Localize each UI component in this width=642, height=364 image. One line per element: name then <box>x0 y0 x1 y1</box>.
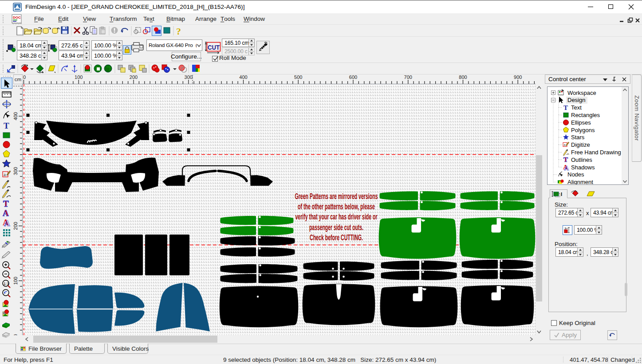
svg-text:300: 300 <box>13 167 18 175</box>
svg-text:of the other patterns below, p: of the other patterns below, please <box>298 202 375 211</box>
svg-text:Text: Text <box>571 104 582 111</box>
svg-text:1:1: 1:1 <box>4 282 9 286</box>
svg-text:a: a <box>4 172 6 177</box>
svg-text:900: 900 <box>514 74 522 80</box>
svg-text:verify that your car has drive: verify that your car has driver side or <box>295 212 378 221</box>
svg-text:500: 500 <box>294 74 302 80</box>
svg-text:0: 0 <box>13 334 18 335</box>
svg-text:200: 200 <box>130 74 138 80</box>
svg-text:Digitize: Digitize <box>571 141 590 148</box>
svg-text:Ellipses: Ellipses <box>571 119 591 126</box>
svg-text:Shadows: Shadows <box>571 164 595 171</box>
svg-text:Outlines: Outlines <box>571 157 592 163</box>
svg-text:CUT: CUT <box>208 44 220 51</box>
svg-text:Check before CUTTING.: Check before CUTTING. <box>310 233 363 242</box>
svg-text:A: A <box>3 208 9 218</box>
svg-text:600: 600 <box>349 74 357 80</box>
svg-text:0: 0 <box>23 74 26 80</box>
svg-text:A: A <box>4 219 10 228</box>
svg-text:400: 400 <box>13 112 18 120</box>
svg-text:Design: Design <box>567 97 585 103</box>
svg-text:a: a <box>564 142 566 147</box>
svg-text:Alignment: Alignment <box>567 179 593 184</box>
svg-text:A: A <box>564 164 569 172</box>
svg-text:Nodes: Nodes <box>567 171 584 178</box>
svg-text:700: 700 <box>404 74 412 80</box>
svg-text:I: I <box>561 192 562 197</box>
svg-text:Workspace: Workspace <box>567 90 596 96</box>
svg-text:T: T <box>563 156 568 163</box>
svg-text:T: T <box>3 199 9 208</box>
svg-text:Stars: Stars <box>571 134 585 141</box>
svg-text:100: 100 <box>75 74 83 80</box>
svg-text:Green Patterns are mirrored ve: Green Patterns are mirrored versions <box>295 192 378 201</box>
svg-text:Free Hand Drawing: Free Hand Drawing <box>571 149 621 156</box>
svg-text:400: 400 <box>239 74 247 80</box>
svg-text:DOC: DOC <box>13 16 21 20</box>
svg-text:Polygons: Polygons <box>571 127 595 133</box>
svg-text:100: 100 <box>13 277 18 285</box>
svg-text:T: T <box>563 104 568 111</box>
svg-text:Rectangles: Rectangles <box>571 112 600 118</box>
svg-text:T: T <box>4 121 9 130</box>
svg-text:200: 200 <box>13 222 18 230</box>
svg-text:300: 300 <box>185 74 193 80</box>
svg-text:passenger side cut outs.: passenger side cut outs. <box>309 223 363 232</box>
svg-text:?: ? <box>176 26 181 37</box>
svg-text:800: 800 <box>459 74 467 80</box>
